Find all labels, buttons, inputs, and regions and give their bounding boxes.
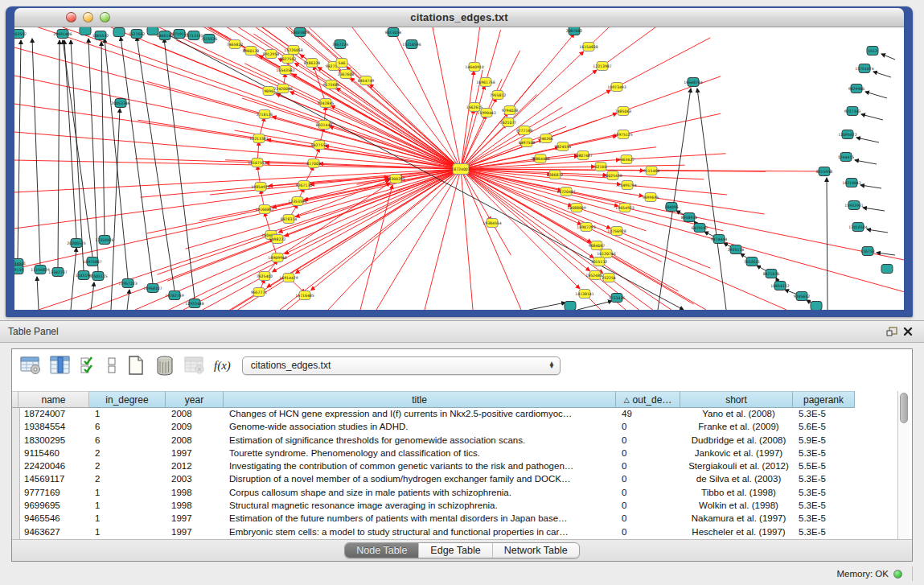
graph-node-yellow[interactable]: 8186328 [304,59,321,68]
graph-node-teal[interactable] [113,28,125,37]
graph-edge[interactable] [589,27,665,47]
graph-node-yellow[interactable]: 9463627 [618,155,635,164]
table-row[interactable]: 1830029562008Estimation of significance … [12,435,856,447]
vertical-scrollbar[interactable] [897,391,910,539]
graph-node-teal[interactable]: 116753 [860,247,875,256]
table-dropdown[interactable]: citations_edges.txt ▲▼ [242,356,561,375]
clear-selection-icon[interactable] [106,356,117,375]
graph-edge[interactable] [856,138,879,142]
graph-node-yellow[interactable]: 7485063 [615,107,632,116]
graph-node-teal[interactable]: 1512 [867,47,878,56]
table-cell[interactable]: 5.9E-5 [795,435,856,447]
graph-node-yellow[interactable]: 9175685 [323,80,340,89]
graph-edge[interactable] [626,154,726,159]
table-row[interactable]: 1938455462009Genome-wide association stu… [12,421,856,434]
memory-ok-icon[interactable] [893,570,902,579]
graph-node-teal[interactable]: 1733426 [609,294,626,303]
column-header-in_degree[interactable]: in_degree [89,391,166,408]
table-cell[interactable]: 2008 [167,435,225,447]
graph-node-yellow[interactable]: 15716485 [295,291,314,300]
graph-node-yellow[interactable]: 9684067 [589,241,606,250]
graph-node-teal[interactable]: 16958107 [143,284,162,293]
graph-node-teal[interactable]: 184095 [664,203,679,212]
table-cell[interactable]: 1 [91,526,167,539]
graph-edge[interactable] [461,169,904,293]
select-all-icon[interactable] [80,356,97,375]
table-cell[interactable]: Estimation of the future numbers of pati… [225,513,618,525]
graph-edge[interactable] [498,51,520,95]
graph-node-teal[interactable]: 8938914 [681,213,698,222]
graph-node-yellow[interactable]: 14640910 [465,63,483,72]
graph-node-teal[interactable]: 2087682 [566,27,583,35]
graph-node-teal[interactable]: 15932931 [844,201,863,210]
graph-edge[interactable] [135,169,461,310]
table-cell[interactable]: 18300295 [20,435,91,447]
table-cell[interactable]: 5.6E-5 [795,421,856,434]
graph-node-teal[interactable]: 20691406 [53,30,72,39]
graph-node-yellow[interactable]: 16914479 [279,274,298,282]
graph-node-yellow[interactable]: 7465822 [227,40,244,49]
table-cell[interactable]: 5.3E-5 [795,526,856,539]
table-cell[interactable]: 9463627 [20,526,91,539]
graph-edge[interactable] [861,114,883,120]
graph-node-yellow[interactable]: 8878314 [281,215,298,224]
graph-node-teal[interactable] [811,302,822,311]
table-row[interactable]: 977716911998Corpus callosum shape and si… [12,487,856,500]
graph-edge[interactable] [121,37,153,283]
graph-node-yellow[interactable]: 13975125 [614,130,632,139]
graph-edge[interactable] [63,40,92,257]
column-header-short[interactable]: short [680,391,793,408]
graph-node-yellow[interactable]: 252254 [602,274,616,282]
graph-node-yellow[interactable]: 3824554 [555,142,572,151]
graph-edge[interactable] [91,282,94,310]
graph-edge[interactable] [14,169,461,269]
table-cell[interactable]: Tibbo et al. (1998) [682,487,795,500]
graph-node-teal[interactable]: 8215958 [816,167,833,176]
table-cell[interactable]: Tourette syndrome. Phenomenology and cla… [225,447,618,460]
column-header-out_de…[interactable]: △out_de… [616,391,680,408]
graph-node-teal[interactable]: 2935114 [728,245,745,254]
table-cell[interactable]: 1 [91,500,167,513]
graph-edge[interactable] [164,39,195,299]
graph-node-teal[interactable]: 1065532 [92,31,109,40]
graph-node-teal[interactable]: 20206535 [67,239,85,248]
graph-node-teal[interactable]: 16648784 [684,78,702,87]
table-cell[interactable]: 1997 [167,513,225,525]
table-cell[interactable]: 5.3E-5 [795,487,856,500]
graph-node-yellow[interactable]: 8960128 [243,47,260,56]
table-cell[interactable]: 0 [618,500,682,513]
graph-edge[interactable] [873,72,891,77]
graph-node-yellow[interactable]: 15226058 [284,46,302,55]
column-header-year[interactable]: year [166,391,224,408]
table-cell[interactable]: Jankovic et al. (1997) [682,447,795,460]
graph-node-yellow[interactable]: 1621077 [500,118,517,127]
table-cell[interactable]: 19384554 [20,421,91,434]
graph-edge[interactable] [147,81,265,114]
graph-node-yellow[interactable]: 9115460 [643,167,660,175]
graph-edge[interactable] [881,54,895,60]
graph-node-yellow[interactable]: 9794028 [502,106,519,115]
graph-node-yellow[interactable]: 20864486 [531,154,549,163]
graph-node-teal[interactable]: 15218596 [402,40,421,49]
graph-node-yellow[interactable]: 7386872 [547,171,564,179]
citation-graph[interactable]: 7465822896012889129541522605898275038186… [14,27,904,310]
graph-node-teal[interactable]: 16033809 [290,28,309,37]
graph-edge[interactable] [64,40,76,238]
graph-node-yellow[interactable]: 546 [336,59,347,68]
graph-edge[interactable] [137,37,175,290]
graph-edge[interactable] [71,40,84,270]
graph-edge[interactable] [141,187,261,197]
graph-edge[interactable] [328,169,461,310]
column-header-gutter[interactable] [12,391,18,408]
table-cell[interactable]: 2 [91,447,167,460]
table-row[interactable]: 969969511998Structural magnetic resonanc… [12,500,856,513]
graph-node-yellow[interactable]: 12213987 [593,62,611,71]
graph-node-teal[interactable]: 7515526 [201,35,218,43]
graph-edge[interactable] [577,301,612,310]
graph-edge[interactable] [71,248,76,310]
table-cell[interactable]: 18724007 [20,408,91,421]
table-cell[interactable]: 9699695 [20,500,91,513]
graph-node-yellow[interactable]: 7955812 [490,91,507,100]
table-cell[interactable]: 49 [618,408,682,421]
graph-node-yellow[interactable]: 8912954 [263,50,280,59]
